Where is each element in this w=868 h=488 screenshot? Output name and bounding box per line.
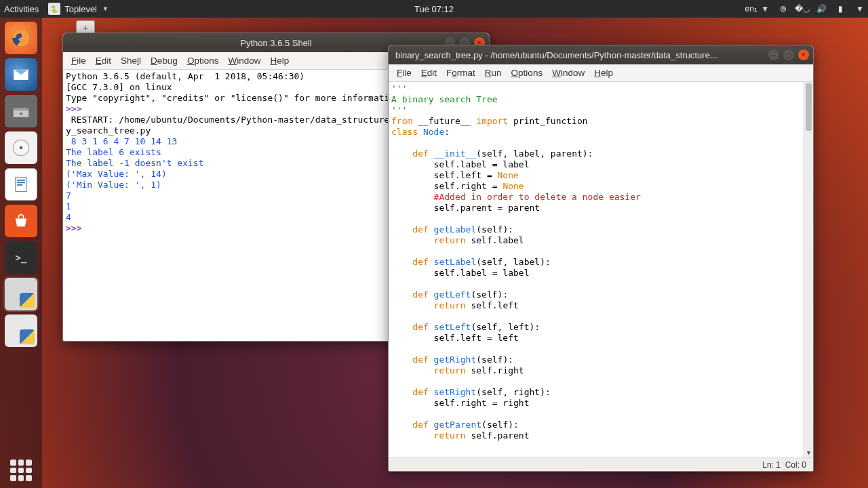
python-icon: 🐍 [48, 3, 60, 15]
menu-format[interactable]: Format [446, 68, 475, 78]
status-line: Ln: 1 [762, 460, 781, 470]
editor-menubar: File Edit Format Run Options Window Help [389, 64, 813, 82]
chevron-down-icon: ▼ [102, 5, 108, 12]
dock-thunderbird[interactable] [5, 58, 37, 91]
dock-idle-shell[interactable] [5, 278, 37, 310]
scroll-down-icon[interactable]: ▼ [804, 448, 813, 458]
close-button[interactable]: ✕ [798, 49, 809, 60]
network-icon[interactable]: ⊚ [778, 4, 788, 14]
editor-scrollbar[interactable]: ▲ ▼ [804, 82, 813, 458]
dock-files[interactable] [5, 95, 37, 127]
menu-edit[interactable]: Edit [421, 68, 437, 78]
editor-statusbar: Ln: 1 Col: 0 [389, 458, 813, 471]
dock-firefox[interactable] [5, 22, 37, 54]
svg-point-3 [20, 113, 22, 115]
menu-help[interactable]: Help [270, 56, 289, 66]
app-menu[interactable]: 🐍 Toplevel ▼ [48, 3, 108, 15]
menu-run[interactable]: Run [485, 68, 502, 78]
menu-shell[interactable]: Shell [121, 56, 141, 66]
background-tab[interactable]: + [76, 20, 95, 34]
app-menu-label: Toplevel [64, 4, 97, 14]
activities-button[interactable]: Activities [4, 4, 39, 14]
gnome-topbar: Activities 🐍 Toplevel ▼ Tue 07:12 en₁ ▼ … [0, 0, 868, 18]
editor-title: binary_search_tree.py - /home/ubuntu/Doc… [393, 50, 809, 60]
menu-edit[interactable]: Edit [96, 56, 111, 66]
menu-file[interactable]: File [71, 56, 86, 66]
scrollbar-thumb[interactable] [806, 83, 812, 131]
menu-window[interactable]: Window [552, 68, 585, 78]
wifi-icon[interactable]: �◡ [797, 4, 807, 14]
menu-file[interactable]: File [397, 68, 412, 78]
input-source-indicator[interactable]: en₁ ▼ [745, 4, 770, 14]
editor-window: binary_search_tree.py - /home/ubuntu/Doc… [388, 45, 814, 472]
dock-rhythmbox[interactable] [5, 131, 37, 164]
dock-idle-editor[interactable] [5, 314, 37, 347]
battery-icon[interactable]: ▮ [835, 4, 845, 14]
svg-rect-7 [17, 180, 25, 181]
maximize-button[interactable]: ▢ [783, 49, 794, 60]
clock[interactable]: Tue 07:12 [414, 4, 454, 14]
menu-window[interactable]: Window [228, 56, 260, 66]
minimize-button[interactable]: – [768, 49, 779, 60]
system-menu-chevron-icon[interactable]: ▼ [856, 4, 864, 14]
volume-icon[interactable]: 🔊 [816, 4, 826, 14]
svg-point-5 [20, 146, 23, 150]
svg-rect-8 [17, 182, 25, 184]
svg-rect-1 [14, 108, 29, 110]
dock-terminal[interactable]: >_ [5, 241, 37, 274]
editor-code[interactable]: ''' A binary search Tree ''' from __futu… [389, 82, 813, 458]
menu-help[interactable]: Help [594, 68, 613, 78]
menu-debug[interactable]: Debug [151, 56, 178, 66]
status-col: Col: 0 [785, 460, 806, 470]
dock: >_ [0, 18, 42, 488]
svg-rect-9 [17, 184, 22, 186]
menu-options[interactable]: Options [511, 68, 543, 78]
show-applications-button[interactable] [10, 460, 32, 481]
menu-options[interactable]: Options [187, 56, 219, 66]
editor-titlebar[interactable]: binary_search_tree.py - /home/ubuntu/Doc… [389, 45, 813, 64]
dock-ubuntu-software[interactable] [5, 205, 37, 237]
dock-libreoffice-writer[interactable] [5, 168, 37, 201]
